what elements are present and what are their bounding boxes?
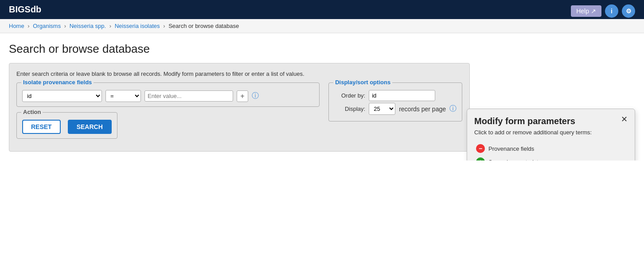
display-sort-section: Display/sort options Order by: Display: … [328,82,462,121]
reset-button[interactable]: RESET [22,120,61,134]
toggle-provenance-fields-button[interactable]: − [476,144,485,153]
breadcrumb-neisseria-isolates[interactable]: Neisseria isolates [115,23,160,29]
display-label: Display: [334,106,365,112]
search-content: Isolate provenance fields id surname fir… [16,82,462,144]
help-button[interactable]: Help ↗ [571,5,601,17]
search-panel: Enter search criteria or leave blank to … [9,63,470,152]
field-info-button[interactable]: ⓘ [252,91,259,101]
modal-title: Modify form parameters [474,116,628,126]
search-hint: Enter search criteria or leave blank to … [16,70,462,77]
isolate-provenance-legend: Isolate provenance fields [21,79,94,86]
left-column: Isolate provenance fields id surname fir… [16,82,320,144]
operator-select[interactable]: = contains starts with > < [105,90,141,102]
modal-item-provenance-fields: −Provenance fields [474,142,628,155]
isolate-provenance-section: Isolate provenance fields id surname fir… [16,82,320,107]
field-select[interactable]: id surname first_name affiliation [22,90,102,102]
modal-items-list: −Provenance fields+Secondary metadata+Al… [474,142,628,161]
app-header: BIGSdb [0,0,644,19]
action-row: RESET SEARCH [22,120,112,134]
wrench-button[interactable]: ⚙ [622,4,635,18]
info-icon: i [611,8,613,15]
close-icon: ✕ [621,115,628,124]
breadcrumb-sep-4: › [163,23,165,29]
value-input[interactable] [144,90,233,102]
breadcrumb-home[interactable]: Home [9,23,24,29]
action-legend: Action [21,109,43,115]
breadcrumb-current: Search or browse database [168,23,239,29]
modal-item-label-secondary-metadata: Secondary metadata [488,159,542,161]
order-label: Order by: [334,92,365,99]
modal-subtitle: Click to add or remove additional query … [474,129,628,136]
search-button[interactable]: SEARCH [68,120,112,134]
breadcrumb: Home › Organisms › Neisseria spp. › Neis… [0,19,644,33]
add-field-button[interactable]: + [237,90,248,102]
display-row: Display: 10 25 50 100 200 records per pa… [334,103,457,115]
main-content: Search or browse database Enter search c… [0,33,644,161]
modal-item-label-provenance-fields: Provenance fields [488,145,534,152]
page-title: Search or browse database [9,42,635,56]
order-by-input[interactable] [369,90,435,101]
display-sort-legend: Display/sort options [333,79,392,86]
breadcrumb-neisseria-spp[interactable]: Neisseria spp. [70,23,106,29]
per-page-label: records per page [399,106,446,113]
display-info-icon: ⓘ [449,105,457,112]
plus-icon: + [240,92,244,100]
external-link-icon: ↗ [591,8,596,15]
action-section: Action RESET SEARCH [16,112,117,139]
breadcrumb-organisms[interactable]: Organisms [33,23,61,29]
app-title: BIGSdb [9,4,41,14]
breadcrumb-sep-3: › [109,23,111,29]
modify-form-modal: ✕ Modify form parameters Click to add or… [467,109,635,161]
breadcrumb-sep-1: › [27,23,29,29]
info-circle-icon: ⓘ [252,92,259,99]
info-button[interactable]: i [605,4,618,18]
wrench-icon: ⚙ [626,8,632,15]
display-info-button[interactable]: ⓘ [449,104,457,114]
help-label: Help [576,8,589,15]
modal-item-secondary-metadata: +Secondary metadata [474,155,628,161]
breadcrumb-sep-2: › [64,23,66,29]
modal-close-button[interactable]: ✕ [621,114,628,124]
right-column: Display/sort options Order by: Display: … [328,82,462,127]
provenance-row: id surname first_name affiliation = cont… [22,90,314,102]
toggle-secondary-metadata-button[interactable]: + [476,157,485,161]
records-per-page-select[interactable]: 10 25 50 100 200 [369,103,395,115]
order-by-row: Order by: [334,90,457,101]
toolbar: Help ↗ i ⚙ [571,4,635,18]
